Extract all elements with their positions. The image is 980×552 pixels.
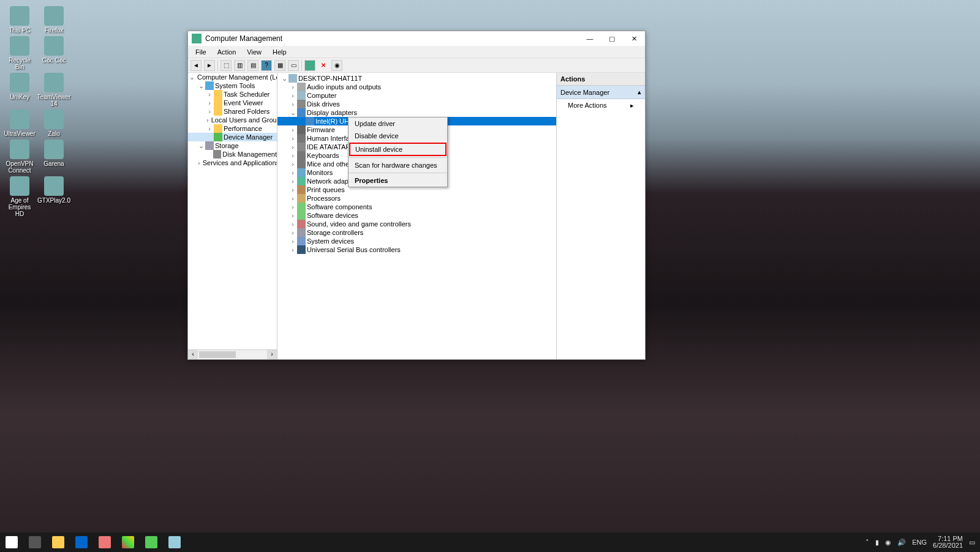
menu-file[interactable]: File (190, 47, 211, 57)
tree-item[interactable]: ›Performance (188, 124, 277, 133)
expand-icon[interactable]: › (290, 160, 296, 168)
desktop-icon[interactable]: OpenVPN Connect (4, 140, 36, 174)
tree-item[interactable]: ⌄Computer Management (Local (188, 73, 277, 81)
close-button[interactable]: ✕ (623, 32, 645, 45)
expand-icon[interactable]: › (290, 169, 296, 176)
actions-category[interactable]: Device Manager ▴ (557, 86, 645, 99)
tree-item[interactable]: ›Task Scheduler (188, 90, 277, 99)
expand-icon[interactable]: › (290, 195, 296, 202)
expand-icon[interactable]: › (290, 186, 296, 193)
tree-item[interactable]: ›Sound, video and game controllers (277, 220, 556, 228)
expand-icon[interactable]: ⌄ (198, 82, 204, 90)
tree-item[interactable]: ›Computer (277, 91, 556, 100)
tree-item[interactable]: ›Services and Applications (188, 159, 277, 167)
tree-item[interactable]: ›Storage controllers (277, 228, 556, 237)
tree-item[interactable]: ⌄DESKTOP-NHAT11T (277, 74, 556, 83)
expand-icon[interactable]: › (290, 92, 296, 99)
expand-icon[interactable]: › (290, 220, 296, 228)
expand-icon[interactable]: › (290, 229, 296, 236)
tree-item[interactable]: Device Manager (188, 133, 277, 141)
expand-icon[interactable]: › (198, 159, 200, 166)
expand-icon[interactable]: ⌄ (281, 75, 287, 83)
paint-button[interactable] (93, 532, 116, 552)
minimize-button[interactable]: — (579, 32, 601, 45)
refresh-button[interactable]: ▦ (274, 60, 285, 71)
back-button[interactable]: ◄ (190, 60, 202, 71)
tree-item[interactable]: ›System devices (277, 237, 556, 245)
desktop-icon[interactable]: UltraViewer (4, 110, 36, 137)
tree-item[interactable]: ⌄Display adapters (277, 108, 556, 117)
desktop-icon[interactable]: UniKey (4, 73, 36, 100)
tree-item[interactable]: ⌄System Tools (188, 81, 277, 90)
titlebar[interactable]: Computer Management — ▢ ✕ (188, 31, 645, 46)
menu-help[interactable]: Help (268, 47, 292, 57)
tree-item[interactable]: ›Disk drives (277, 100, 556, 108)
battery-icon[interactable]: ▮ (875, 539, 879, 546)
tree-item[interactable]: ›Event Viewer (188, 99, 277, 107)
desktop-icon[interactable]: Zalo (38, 110, 70, 137)
left-tree-pane[interactable]: ⌄Computer Management (Local⌄System Tools… (188, 73, 277, 359)
device-tree-pane[interactable]: ⌄DESKTOP-NHAT11T›Audio inputs and output… (277, 73, 557, 359)
tree-item[interactable]: ⌄Storage (188, 141, 277, 150)
maximize-button[interactable]: ▢ (601, 32, 623, 45)
task-view-button[interactable] (23, 532, 47, 552)
expand-icon[interactable]: › (290, 212, 296, 219)
expand-icon[interactable]: › (290, 143, 296, 151)
expand-icon[interactable]: › (290, 203, 296, 211)
scroll-thumb[interactable] (199, 351, 236, 358)
tree-item[interactable]: ›Audio inputs and outputs (277, 83, 556, 91)
horizontal-scrollbar[interactable]: ‹ › (188, 349, 277, 359)
disable-button[interactable]: ✕ (318, 60, 329, 71)
expand-icon[interactable]: › (290, 83, 296, 91)
up-button[interactable]: ⬚ (221, 60, 232, 71)
expand-icon[interactable]: ⌄ (198, 142, 204, 150)
menu-view[interactable]: View (242, 47, 266, 57)
help-button[interactable]: ? (261, 60, 272, 71)
expand-icon[interactable]: › (206, 99, 213, 106)
desktop[interactable]: This PCFirefoxRecycle BinCốc CốcUniKeyTe… (0, 0, 980, 552)
scan-button[interactable]: ◉ (331, 60, 342, 71)
expand-icon[interactable]: ⌄ (290, 109, 296, 117)
desktop-icon[interactable]: Garena (38, 140, 70, 167)
monitor-button[interactable]: ▭ (288, 60, 299, 71)
taskbar[interactable]: ˄ ▮ ◉ 🔊 ENG 7:11 PM 6/28/2021 ▭ (0, 532, 980, 552)
forward-button[interactable]: ► (204, 60, 215, 71)
scroll-left-icon[interactable]: ‹ (188, 350, 198, 359)
expand-icon[interactable]: › (290, 177, 296, 185)
expand-icon[interactable]: › (290, 152, 296, 159)
desktop-icon[interactable]: Age of Empires HD (4, 176, 36, 217)
tree-item[interactable]: ›Processors (277, 194, 556, 203)
menu-update-driver[interactable]: Update driver (349, 117, 447, 130)
desktop-icon[interactable]: TeamViewer 14 (38, 73, 70, 107)
menu-scan-for-hardware-changes[interactable]: Scan for hardware changes (349, 159, 447, 171)
expand-icon[interactable]: › (290, 135, 296, 142)
collapse-icon[interactable]: ▴ (638, 88, 641, 96)
notifications-icon[interactable]: ▭ (969, 539, 975, 546)
expand-icon[interactable]: › (206, 91, 213, 98)
desktop-icon[interactable]: Cốc Cốc (38, 36, 70, 64)
expand-icon[interactable]: › (290, 237, 296, 245)
more-actions-item[interactable]: More Actions ▸ (557, 99, 645, 112)
expand-icon[interactable]: › (206, 108, 213, 115)
computer-management-button[interactable] (163, 532, 186, 552)
expand-icon[interactable]: › (290, 126, 296, 133)
tree-item[interactable]: Disk Management (188, 150, 277, 159)
expand-icon[interactable]: › (290, 246, 296, 253)
show-hide-button[interactable]: ▥ (234, 60, 245, 71)
outlook-button[interactable] (70, 532, 93, 552)
tray-chevron-icon[interactable]: ˄ (865, 539, 869, 546)
tree-item[interactable]: ›Software devices (277, 211, 556, 220)
properties-button[interactable]: ▤ (247, 60, 258, 71)
expand-icon[interactable]: ⌄ (189, 73, 195, 81)
tree-item[interactable]: ›Local Users and Groups (188, 116, 277, 124)
menu-action[interactable]: Action (213, 47, 241, 57)
language-indicator[interactable]: ENG (912, 539, 927, 546)
start-button[interactable] (0, 532, 23, 552)
tree-item[interactable]: ›Software components (277, 203, 556, 211)
expand-icon[interactable]: › (290, 100, 296, 108)
menu-properties[interactable]: Properties (349, 174, 447, 187)
system-tray[interactable]: ˄ ▮ ◉ 🔊 ENG 7:11 PM 6/28/2021 ▭ (865, 535, 980, 549)
desktop-icon[interactable]: Firefox (38, 6, 70, 34)
expand-icon[interactable]: › (206, 125, 213, 132)
tree-item[interactable]: ›Shared Folders (188, 107, 277, 116)
